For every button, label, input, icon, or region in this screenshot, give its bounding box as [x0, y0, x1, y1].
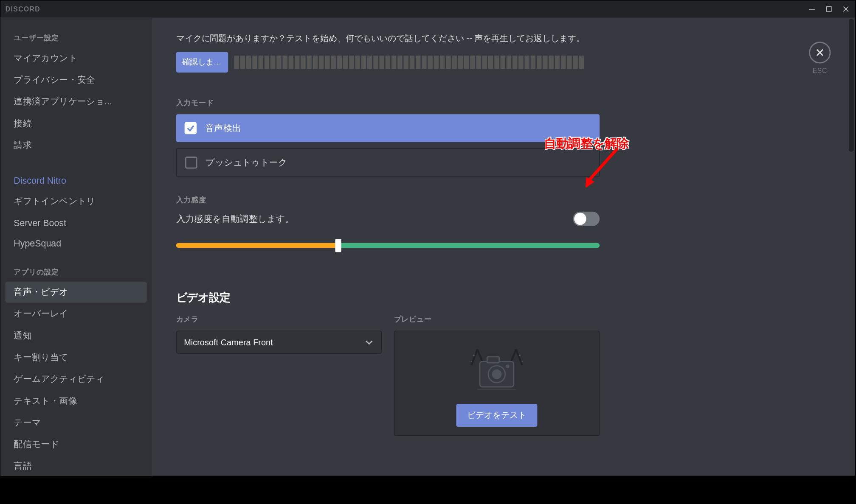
sidebar-item-my-account[interactable]: マイアカウント [6, 48, 147, 69]
annotation-text: 自動調整を解除 [544, 135, 629, 151]
sidebar-item-theme[interactable]: テーマ [6, 412, 147, 434]
esc-label: ESC [809, 67, 831, 74]
svg-point-10 [521, 361, 523, 362]
sidebar-item-gift-inventory[interactable]: ギフトインベントリ [6, 191, 147, 212]
slider-track-low [176, 243, 337, 248]
sidebar-header-user: ユーザー設定 [6, 33, 147, 47]
input-sensitivity-label: 入力感度 [176, 195, 831, 205]
sidebar-item-voice-video[interactable]: 音声・ビデオ [6, 282, 147, 303]
input-mode-voice-activity[interactable]: 音声検出 [176, 114, 600, 142]
app-brand: DISCORD [6, 6, 40, 13]
auto-sensitivity-toggle[interactable] [573, 212, 600, 226]
slider-thumb[interactable] [335, 239, 341, 252]
sidebar-item-server-boost[interactable]: Server Boost [6, 213, 147, 233]
svg-marker-11 [581, 177, 594, 190]
window-close-button[interactable] [842, 3, 850, 15]
sidebar-item-authorized-apps[interactable]: 連携済アプリケーショ... [6, 91, 147, 112]
sidebar-item-privacy[interactable]: プライバシー・安全 [6, 70, 147, 91]
input-mode-label: 入力モード [176, 98, 831, 108]
mic-help-text: マイクに問題がありますか？テストを始め、何でもいいので話してください -- 声を… [176, 32, 600, 45]
sidebar-item-streamer-mode[interactable]: 配信モード [6, 434, 147, 455]
sidebar-header-app: アプリの設定 [6, 267, 147, 281]
sidebar-item-discord-nitro[interactable]: Discord Nitro [6, 171, 147, 190]
video-settings-heading: ビデオ設定 [176, 290, 831, 305]
svg-point-7 [473, 355, 475, 356]
preview-label: プレビュー [394, 314, 600, 325]
camera-select[interactable]: Microsoft Camera Front [176, 330, 382, 353]
slider-track-high [337, 243, 600, 248]
close-icon [815, 48, 825, 58]
sensitivity-slider[interactable] [176, 243, 600, 248]
sidebar-item-keybinds[interactable]: キー割り当て [6, 347, 147, 368]
toggle-knob [574, 213, 586, 225]
window-minimize-button[interactable] [808, 3, 816, 15]
camera-select-value: Microsoft Camera Front [184, 337, 273, 347]
svg-point-9 [471, 361, 472, 362]
video-preview-box: ビデオをテスト [394, 330, 600, 436]
sidebar-item-text-images[interactable]: テキスト・画像 [6, 391, 147, 412]
scrollbar-thumb[interactable] [849, 19, 853, 152]
window-maximize-button[interactable] [825, 3, 833, 15]
sidebar-item-connections[interactable]: 接続 [6, 113, 147, 134]
sidebar-item-language[interactable]: 言語 [6, 456, 147, 476]
sidebar-item-hypesquad[interactable]: HypeSquad [6, 233, 147, 253]
close-settings-button[interactable] [809, 42, 831, 63]
mic-check-button[interactable]: 確認しまし... [176, 52, 228, 73]
svg-rect-1 [827, 7, 831, 11]
svg-rect-0 [809, 9, 815, 9]
push-to-talk-label: プッシュトゥトーク [206, 157, 287, 168]
voice-activity-label: 音声検出 [205, 123, 241, 134]
svg-point-6 [507, 365, 509, 368]
sidebar-item-overlay[interactable]: オーバーレイ [6, 303, 147, 325]
svg-rect-3 [487, 357, 499, 363]
svg-point-8 [519, 355, 521, 356]
svg-point-5 [493, 370, 501, 378]
camera-label: カメラ [176, 314, 382, 325]
test-video-button[interactable]: ビデオをテスト [456, 404, 537, 427]
settings-sidebar: ユーザー設定 マイアカウント プライバシー・安全 連携済アプリケーショ... 接… [0, 17, 152, 476]
checkbox-unchecked-icon [185, 157, 197, 169]
checkbox-checked-icon [185, 122, 197, 134]
input-mode-push-to-talk[interactable]: プッシュトゥトーク [176, 148, 600, 177]
mic-vu-meter [234, 56, 600, 69]
sidebar-item-game-activity[interactable]: ゲームアクティビティ [6, 369, 147, 390]
auto-sensitivity-text: 入力感度を自動調整します。 [176, 213, 294, 224]
chevron-down-icon [364, 337, 374, 347]
sidebar-item-billing[interactable]: 請求 [6, 135, 147, 156]
sidebar-item-notifications[interactable]: 通知 [6, 325, 147, 347]
camera-icon [403, 340, 591, 398]
